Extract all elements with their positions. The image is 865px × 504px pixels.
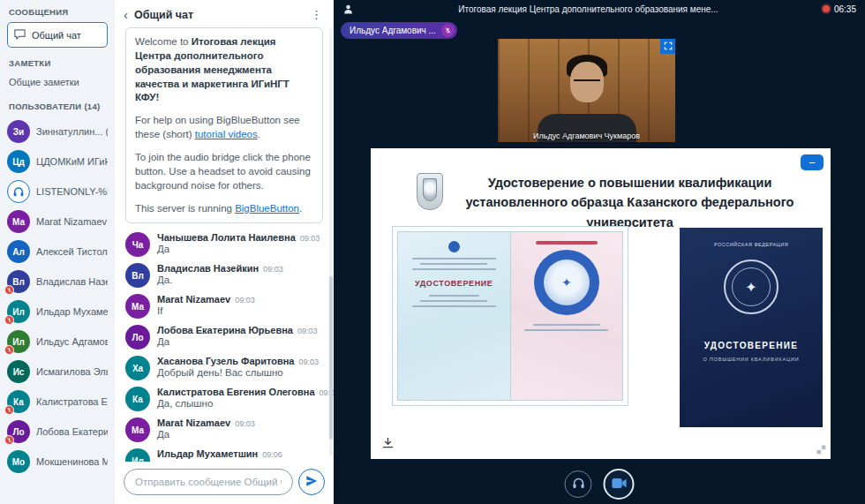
user-initials: Ил (12, 307, 25, 317)
muted-mic-badge (4, 435, 14, 445)
tutorial-videos-link[interactable]: tutorial videos (195, 129, 258, 139)
messages-header: СООБЩЕНИЯ (9, 7, 106, 17)
message-timestamp: 09:06 (262, 450, 282, 459)
message-avatar-initials: Ma (132, 302, 144, 312)
certificate-seal: ✦ (534, 250, 599, 315)
chat-message-input[interactable] (124, 469, 293, 495)
user-list-item[interactable]: Ил Ильдус Адгамови... (7, 327, 108, 357)
record-dot-icon (823, 5, 830, 12)
user-list: Зи Зиннатуллин... (Вы) Цд ЦДОМКиМ ИГиНГТ… (7, 117, 108, 477)
user-list-item[interactable]: Ка Калистратова Евг... (7, 387, 108, 417)
send-message-button[interactable] (298, 469, 325, 495)
user-avatar: Зи (7, 120, 30, 143)
meeting-title: Итоговая лекция Центра дополнительного о… (354, 4, 823, 14)
welcome-line-1: Welcome to Итоговая лекция Центра дополн… (135, 35, 313, 105)
message-avatar-initials: Ка (132, 395, 143, 404)
user-initials: Зи (13, 127, 24, 137)
user-list-item[interactable]: Зи Зиннатуллин... (Вы) (7, 117, 108, 147)
public-chat-label: Общий чат (32, 30, 81, 41)
message-text: Да, слышно (157, 398, 323, 409)
user-list-item[interactable]: Цд ЦДОМКиМ ИГиНГТ (7, 147, 108, 177)
welcome-line-2: For help on using BigBlueButton see thes… (135, 114, 313, 142)
user-initials: Ис (13, 367, 25, 377)
audio-button[interactable] (565, 470, 592, 498)
user-avatar: Ma (7, 210, 30, 233)
user-avatar: Мо (7, 450, 30, 473)
chat-header: ‹ Общий чат ⋮ (115, 0, 334, 26)
user-list-item[interactable]: Ал Алексей Тистол (7, 237, 108, 267)
navigation-sidebar: СООБЩЕНИЯ Общий чат ЗАМЕТКИ Общие заметк… (0, 0, 115, 504)
chat-scrollbar[interactable] (329, 28, 333, 456)
message-timestamp: 09:03 (263, 265, 283, 274)
chat-message: Ха Хасанова Гузель Фаритовна 09:03 Добры… (125, 356, 323, 380)
chat-scrollbar-thumb[interactable] (329, 276, 333, 439)
certificate-cover-emblem: ✦ (724, 260, 778, 314)
user-list-item[interactable]: Мо Мокшенинова Ма... (7, 447, 108, 477)
sidebar-item-public-chat[interactable]: Общий чат (7, 22, 108, 48)
message-avatar: Вл (125, 263, 150, 288)
user-initials: Ло (12, 427, 24, 437)
download-presentation-button[interactable] (381, 436, 395, 452)
muted-mic-badge (4, 285, 14, 295)
message-sender-name: Хасанова Гузель Фаритовна (157, 356, 295, 366)
chat-bubble-icon (13, 27, 26, 42)
sidebar-item-shared-notes[interactable]: Общие заметки (7, 73, 108, 91)
chat-message-list: Welcome to Итоговая лекция Центра дополн… (115, 26, 334, 462)
user-list-item[interactable]: Вл Владислав Назейк... (7, 267, 108, 297)
welcome-line-3: To join the audio bridge click the phone… (135, 151, 313, 193)
message-text: If (157, 305, 255, 316)
presentation-slide[interactable]: − Удостоверение о повышении квалификации… (371, 148, 831, 459)
chat-back-button[interactable]: ‹ (124, 8, 128, 21)
chat-options-icon[interactable]: ⋮ (308, 8, 325, 21)
talking-user-name: Ильдус Адгамович ... (350, 26, 436, 35)
chat-message: Ка Калистратова Евгения Олеговна 09:03 Д… (125, 387, 323, 411)
user-avatar (7, 180, 30, 203)
user-name: Владислав Назейк... (36, 276, 108, 287)
user-avatar: Ил (7, 300, 30, 323)
message-avatar: Ка (125, 387, 150, 411)
user-icon[interactable] (342, 4, 354, 15)
minimize-presentation-button[interactable]: − (801, 154, 824, 170)
chat-title: Общий чат (134, 9, 302, 21)
certificate-serial (536, 241, 598, 244)
user-list-item[interactable]: LISTENONLY-%D0%... (7, 177, 108, 207)
user-name: Ильдус Адгамови... (36, 336, 108, 347)
slide-header: Удостоверение о повышении квалификации у… (417, 173, 808, 232)
user-list-item[interactable]: Ил Ильдар Мухамет... (7, 297, 108, 327)
message-timestamp: 09:03 (300, 234, 320, 243)
message-timestamp: 09:03 (297, 327, 318, 335)
message-avatar: Ma (125, 417, 150, 442)
user-avatar: Ло (7, 420, 30, 443)
message-text: Добрый день! Вас слышно (157, 367, 319, 378)
user-list-item[interactable]: Ло Лобова Екатерин... (7, 417, 108, 447)
webcam-share-button[interactable] (604, 469, 635, 500)
chat-message: Ча Чанышева Лолита Наилевна 09:03 Да (125, 232, 323, 257)
bigbluebutton-link[interactable]: BigBlueButton (235, 203, 299, 214)
recording-indicator[interactable]: 06:35 (823, 4, 856, 14)
talking-indicator[interactable]: Ильдус Адгамович ... (341, 22, 457, 39)
slide-title: Удостоверение о повышении квалификации у… (452, 173, 808, 232)
message-avatar-initials: Ха (132, 364, 143, 373)
message-avatar: Ча (125, 232, 150, 257)
certificate-cover-title: УДОСТОВЕРЕНИЕ (680, 341, 823, 350)
minimize-icon: − (809, 157, 816, 169)
resize-handle-icon[interactable] (816, 444, 827, 455)
user-list-item[interactable]: Ис Исмагилова Эльза (7, 357, 108, 387)
webcam-fullscreen-button[interactable] (660, 39, 675, 54)
muted-mic-icon (441, 24, 455, 37)
message-timestamp: 09:03 (299, 357, 320, 366)
chat-message: Ил Ильдар Мухаметшин 09:06 Добрый день (125, 448, 323, 462)
message-avatar: Ха (125, 356, 150, 380)
user-avatar: Ал (7, 240, 30, 263)
message-sender-name: Владислав Назейкин (157, 263, 259, 274)
message-sender-name: Чанышева Лолита Наилевна (157, 232, 296, 243)
message-avatar: Ил (125, 448, 150, 462)
user-list-item[interactable]: Ma Marat Nizamaev (7, 207, 108, 237)
certificate-cover-subtitle: О ПОВЫШЕНИИ КВАЛИФИКАЦИИ (680, 357, 823, 362)
kfu-logo (417, 173, 443, 210)
certificate-open-title: УДОСТОВЕРЕНИЕ (398, 279, 510, 288)
muted-mic-badge (4, 315, 14, 325)
message-sender-name: Ильдар Мухаметшин (157, 448, 258, 459)
certificate-cover-country: РОССИЙСКАЯ ФЕДЕРАЦИЯ (680, 228, 823, 247)
message-text: Да. (157, 275, 283, 285)
